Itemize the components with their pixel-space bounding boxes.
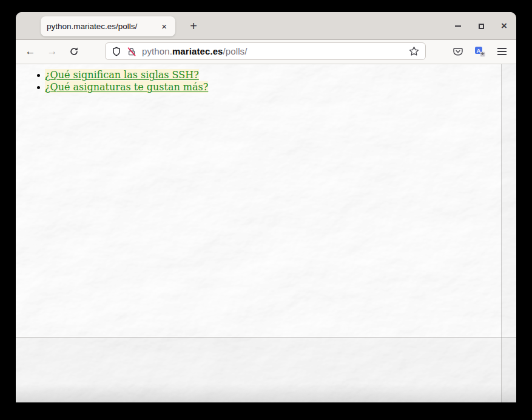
- insecure-lock-icon[interactable]: [127, 47, 136, 56]
- translate-letter: A: [477, 47, 481, 54]
- url-bar[interactable]: python.mariatec.es/polls/: [105, 42, 426, 60]
- tracking-protection-shield-icon[interactable]: [112, 47, 121, 56]
- url-subdomain: python.: [142, 46, 172, 56]
- screenshot-stage: python.mariatec.es/polls/ × + × ← →: [0, 0, 532, 420]
- reload-button[interactable]: [66, 43, 82, 60]
- window-controls: ×: [451, 12, 511, 40]
- menu-button[interactable]: [493, 43, 510, 60]
- paper-texture-background: [16, 64, 516, 402]
- minimize-button[interactable]: [451, 19, 465, 33]
- page-content: ¿Qué significan las siglas SSH? ¿Qué asi…: [16, 64, 516, 402]
- url-text: python.mariatec.es/polls/: [142, 46, 247, 56]
- forward-button[interactable]: →: [44, 43, 61, 60]
- translate-icon: A: [474, 46, 485, 57]
- reload-icon: [69, 47, 79, 56]
- poll-link[interactable]: ¿Qué significan las siglas SSH?: [45, 69, 199, 81]
- minimize-icon: [455, 25, 461, 27]
- list-item: ¿Qué asignaturas te gustan más?: [16, 81, 208, 93]
- tab-bar: python.mariatec.es/polls/ × + ×: [16, 12, 516, 40]
- poll-list: ¿Qué significan las siglas SSH? ¿Qué asi…: [16, 69, 208, 93]
- url-domain: mariatec.es: [172, 46, 223, 56]
- url-path: /polls/: [223, 46, 247, 56]
- bookmark-star-icon[interactable]: [409, 46, 419, 56]
- poll-link[interactable]: ¿Qué asignaturas te gustan más?: [45, 81, 208, 93]
- new-tab-button[interactable]: +: [184, 17, 203, 35]
- tab-close-button[interactable]: ×: [159, 21, 169, 32]
- maximize-icon: [479, 24, 484, 29]
- active-tab[interactable]: python.mariatec.es/polls/ ×: [41, 16, 175, 36]
- pocket-button[interactable]: [450, 43, 466, 60]
- translate-button[interactable]: A: [471, 43, 488, 60]
- browser-window: python.mariatec.es/polls/ × + × ← →: [16, 12, 516, 402]
- tab-title: python.mariatec.es/polls/: [47, 22, 155, 31]
- maximize-button[interactable]: [474, 19, 488, 33]
- back-button[interactable]: ←: [22, 43, 39, 60]
- close-button[interactable]: ×: [497, 19, 511, 33]
- navigation-toolbar: ← → python.mariatec.es/polls/: [16, 40, 516, 64]
- pocket-icon: [453, 46, 463, 57]
- hamburger-icon: [497, 48, 507, 55]
- list-item: ¿Qué significan las siglas SSH?: [16, 69, 208, 81]
